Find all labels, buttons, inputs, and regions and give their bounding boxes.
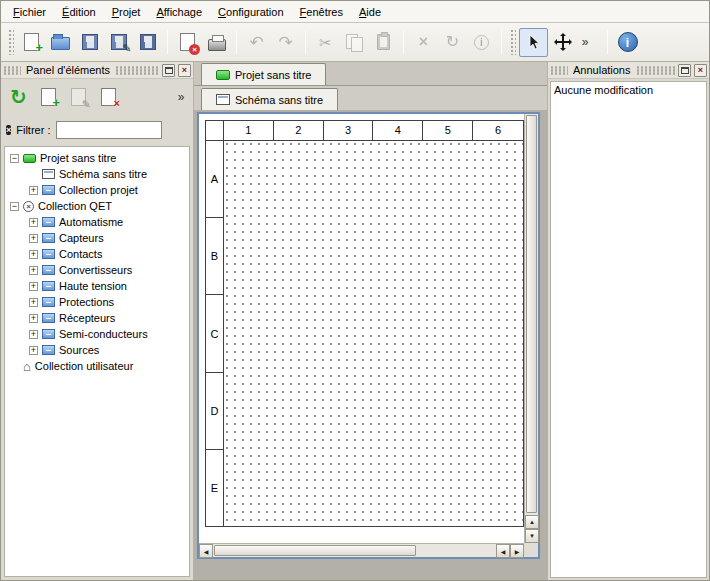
expand-icon[interactable]: + (29, 298, 38, 307)
cut-button[interactable]: ✂ (311, 28, 340, 57)
menu-aide[interactable]: Aide (351, 2, 389, 21)
tree-item-collection-projet[interactable]: + Collection projet (5, 182, 189, 198)
undo-history-item[interactable]: Aucune modification (554, 84, 703, 96)
dock-close-button[interactable]: × (178, 64, 191, 77)
arrow-left-icon: ◀ (204, 548, 209, 555)
tree-item-label: Convertisseurs (59, 264, 132, 276)
edit-element-button[interactable]: ✎ (65, 84, 92, 111)
dock-grip-handle[interactable] (115, 66, 159, 75)
expand-icon[interactable]: + (29, 314, 38, 323)
dock-grip-handle[interactable] (550, 66, 568, 75)
dock-close-button[interactable]: × (694, 64, 707, 77)
tree-item-projet[interactable]: − Projet sans titre (5, 150, 189, 166)
expand-icon[interactable]: + (29, 234, 38, 243)
delete-element-button[interactable]: × (95, 84, 122, 111)
save-as-button[interactable]: ✎ (104, 28, 133, 57)
diagram-properties-button[interactable]: i (467, 28, 496, 57)
paste-button[interactable] (369, 28, 398, 57)
collapse-icon[interactable]: − (10, 202, 19, 211)
tree-item-schema[interactable]: Schéma sans titre (5, 166, 189, 182)
tree-item-convertisseurs[interactable]: + Convertisseurs (5, 262, 189, 278)
open-project-button[interactable] (46, 28, 75, 57)
toolbar-handle[interactable] (8, 29, 14, 55)
schema-tab[interactable]: Schéma sans titre (201, 88, 338, 110)
diagram-canvas[interactable] (224, 141, 523, 526)
diagram-sheet[interactable]: 1 2 3 4 5 6 A B C D E (205, 120, 524, 527)
move-tool-button[interactable] (548, 28, 577, 57)
horizontal-scrollbar[interactable]: ◀ ◀ ▶ (199, 543, 524, 557)
tree-item-protections[interactable]: + Protections (5, 294, 189, 310)
row-label: B (206, 218, 223, 295)
dock-grip-handle[interactable] (3, 66, 21, 75)
tree-item-sources[interactable]: + Sources (5, 342, 189, 358)
menu-affichage[interactable]: Affichage (148, 2, 210, 21)
reload-collections-button[interactable]: ↻ (5, 84, 32, 111)
expand-icon[interactable]: + (29, 266, 38, 275)
collapse-icon[interactable]: − (10, 154, 19, 163)
edit-element-icon: ✎ (71, 88, 86, 106)
copy-button[interactable] (340, 28, 369, 57)
expand-icon[interactable]: + (29, 330, 38, 339)
tree-item-collection-utilisateur[interactable]: ⌂ Collection utilisateur (5, 358, 189, 374)
dock-float-button[interactable] (678, 64, 691, 77)
menu-projet[interactable]: Projet (104, 2, 149, 21)
save-all-button[interactable] (133, 28, 162, 57)
vertical-scrollbar-thumb[interactable] (526, 115, 537, 513)
elements-tree: − Projet sans titre Schéma sans titre + … (4, 146, 190, 577)
tree-item-recepteurs[interactable]: + Récepteurs (5, 310, 189, 326)
expand-icon[interactable]: + (29, 218, 38, 227)
tree-item-collection-qet[interactable]: − × Collection QET (5, 198, 189, 214)
panel-toolbar-overflow-button[interactable]: » (173, 84, 189, 111)
menu-fenetres[interactable]: Fenêtres (292, 2, 351, 21)
tree-item-automatisme[interactable]: + Automatisme (5, 214, 189, 230)
undo-button[interactable]: ↶ (242, 28, 271, 57)
close-file-button[interactable]: × (173, 28, 202, 57)
project-icon (216, 70, 230, 80)
menu-configuration[interactable]: Configuration (210, 2, 291, 21)
scroll-left-button[interactable]: ◀ (496, 544, 510, 558)
rotate-button[interactable]: ↻ (438, 28, 467, 57)
dock-float-button[interactable] (162, 64, 175, 77)
scroll-right-button[interactable]: ▶ (510, 544, 524, 558)
expand-icon[interactable]: + (29, 250, 38, 259)
select-tool-button[interactable] (519, 28, 548, 57)
column-label: 2 (274, 121, 324, 140)
scroll-down-button[interactable]: ▼ (525, 529, 539, 543)
dock-close-icon: × (182, 66, 187, 75)
scroll-up-button[interactable]: ▲ (525, 515, 539, 529)
filter-input[interactable] (56, 121, 162, 139)
undo-panel-titlebar: Annulations × (548, 62, 709, 79)
tree-item-capteurs[interactable]: + Capteurs (5, 230, 189, 246)
project-tab[interactable]: Projet sans titre (201, 63, 326, 85)
tree-item-haute-tension[interactable]: + Haute tension (5, 278, 189, 294)
expand-icon[interactable]: + (29, 282, 38, 291)
menu-edition[interactable]: Édition (54, 2, 104, 21)
tree-item-semi-conducteurs[interactable]: + Semi-conducteurs (5, 326, 189, 342)
about-icon: i (618, 32, 638, 52)
toolbar-handle[interactable] (510, 29, 516, 55)
scroll-left-button[interactable]: ◀ (199, 544, 213, 558)
tree-item-contacts[interactable]: + Contacts (5, 246, 189, 262)
delete-button[interactable]: × (409, 28, 438, 57)
toolbar-overflow-button[interactable]: » (577, 28, 593, 57)
vertical-scrollbar[interactable]: ▲ ▼ (524, 114, 538, 543)
dock-grip-handle[interactable] (636, 66, 676, 75)
new-element-button[interactable]: + (35, 84, 62, 111)
new-project-button[interactable]: + (17, 28, 46, 57)
tree-item-label: Protections (59, 296, 114, 308)
print-button[interactable] (202, 28, 231, 57)
menu-fichier[interactable]: Fichier (5, 2, 54, 21)
row-label: A (206, 141, 223, 218)
about-qet-button[interactable]: i (613, 28, 642, 57)
save-as-icon: ✎ (111, 34, 127, 50)
filter-clear-button[interactable]: × (6, 123, 11, 137)
redo-button[interactable]: ↷ (271, 28, 300, 57)
pencil-badge-icon: ✎ (122, 43, 131, 54)
expand-icon[interactable]: + (29, 346, 38, 355)
filter-clear-icon: × (6, 125, 11, 135)
save-button[interactable] (75, 28, 104, 57)
expand-icon[interactable]: + (29, 186, 38, 195)
collection-folder-icon (42, 329, 55, 339)
row-label: E (206, 450, 223, 526)
horizontal-scrollbar-thumb[interactable] (214, 545, 416, 556)
